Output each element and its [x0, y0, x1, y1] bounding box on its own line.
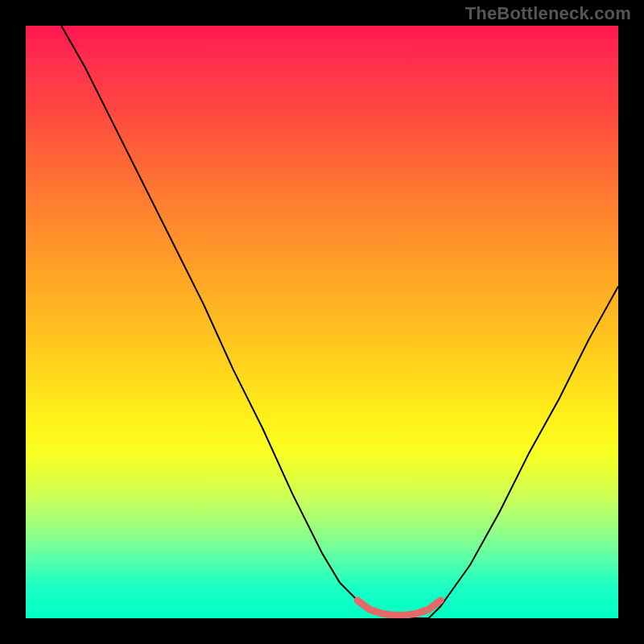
bottleneck-curve: [61, 26, 618, 618]
chart-frame: TheBottleneck.com: [0, 0, 644, 644]
watermark-text: TheBottleneck.com: [465, 3, 631, 24]
plot-area: [26, 26, 618, 618]
optimal-zone-highlight: [357, 601, 440, 615]
chart-svg: [26, 26, 618, 618]
